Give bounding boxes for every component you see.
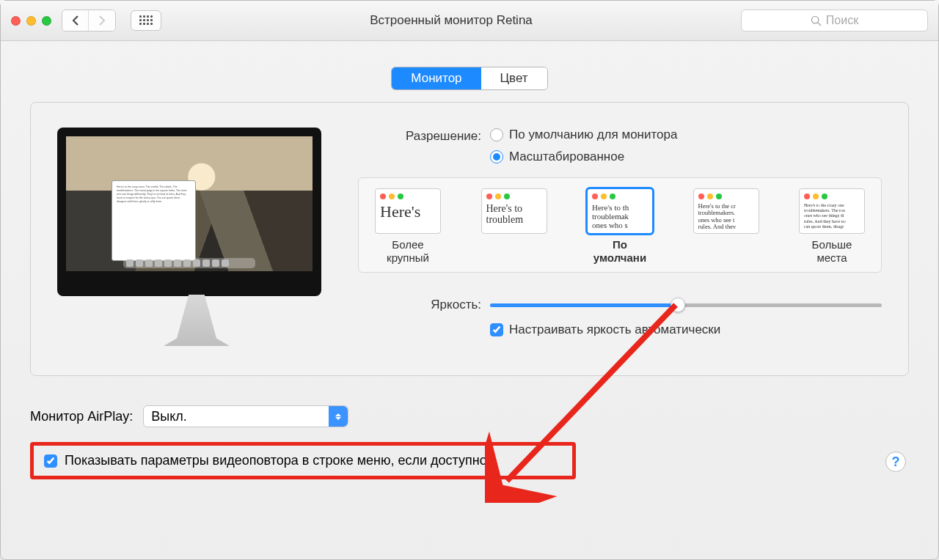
airplay-label: Монитор AirPlay: — [30, 409, 133, 424]
maximize-icon[interactable] — [42, 16, 51, 26]
auto-brightness-checkbox[interactable]: Настраивать яркость автоматически — [490, 323, 882, 337]
window-title: Встроенный монитор Retina — [172, 13, 731, 28]
chevron-left-icon — [71, 15, 80, 26]
brightness-label: Яркость: — [373, 298, 490, 312]
tab-bar: Монитор Цвет — [30, 67, 909, 90]
brightness-slider[interactable] — [490, 303, 882, 307]
checkbox-icon — [490, 323, 503, 336]
radio-default-label: По умолчанию для монитора — [509, 128, 677, 142]
show-all-button[interactable] — [131, 10, 161, 31]
tab-color[interactable]: Цвет — [481, 67, 547, 89]
preferences-window: Встроенный монитор Retina Поиск Монитор … — [0, 0, 939, 560]
close-icon[interactable] — [11, 16, 21, 26]
resolution-option-default[interactable]: Here's to th troublemak ones who s По ум… — [585, 188, 654, 265]
back-button[interactable] — [62, 10, 89, 31]
titlebar: Встроенный монитор Retina Поиск — [1, 1, 938, 41]
chevron-updown-icon — [329, 406, 348, 427]
radio-scaled[interactable]: Масштабированное — [490, 150, 677, 164]
display-panel: Here's to the crazy ones. The misfits. T… — [30, 102, 909, 376]
forward-button[interactable] — [89, 10, 115, 31]
display-illustration: Here's to the crazy ones. The misfits. T… — [57, 128, 336, 346]
show-mirroring-checkbox-row: Показывать параметры видеоповтора в стро… — [30, 442, 576, 479]
search-field[interactable]: Поиск — [741, 10, 928, 32]
svg-line-1 — [818, 22, 821, 25]
tab-display[interactable]: Монитор — [392, 67, 481, 89]
help-button[interactable]: ? — [885, 452, 906, 472]
scaled-resolution-picker: Here's Более крупный Here's to troublem — [358, 177, 882, 273]
airplay-select[interactable]: Выкл. — [143, 405, 348, 427]
radio-icon — [490, 150, 503, 163]
radio-icon — [490, 128, 503, 141]
sample-window: Here's to the crazy ones. The misfits. T… — [112, 180, 196, 261]
chevron-right-icon — [98, 15, 106, 26]
auto-brightness-label: Настраивать яркость автоматически — [509, 323, 720, 337]
radio-scaled-label: Масштабированное — [509, 150, 624, 164]
show-mirroring-label: Показывать параметры видеоповтора в стро… — [65, 453, 487, 468]
nav-buttons — [62, 10, 116, 32]
slider-thumb[interactable] — [671, 298, 685, 312]
airplay-value: Выкл. — [151, 409, 187, 424]
resolution-caption: Более крупный — [373, 238, 442, 265]
checkbox-icon[interactable] — [44, 454, 57, 468]
resolution-option-4[interactable]: Here's to the cr troublemakers. ones who… — [692, 188, 761, 265]
radio-default-for-display[interactable]: По умолчанию для монитора — [490, 128, 677, 142]
resolution-option-larger-text[interactable]: Here's Более крупный — [373, 188, 442, 265]
minimize-icon[interactable] — [26, 16, 36, 26]
svg-point-0 — [811, 16, 818, 23]
search-placeholder: Поиск — [826, 14, 858, 27]
resolution-caption: Больше места — [797, 238, 866, 265]
resolution-caption: По умолчани — [585, 238, 654, 265]
search-icon — [811, 15, 822, 26]
resolution-label: Разрешение: — [373, 128, 490, 144]
resolution-option-more-space[interactable]: Here's to the crazy one troublemakers. T… — [797, 188, 866, 265]
grid-icon — [139, 15, 153, 26]
resolution-option-2[interactable]: Here's to troublem — [480, 188, 549, 265]
traffic-lights — [11, 16, 51, 26]
